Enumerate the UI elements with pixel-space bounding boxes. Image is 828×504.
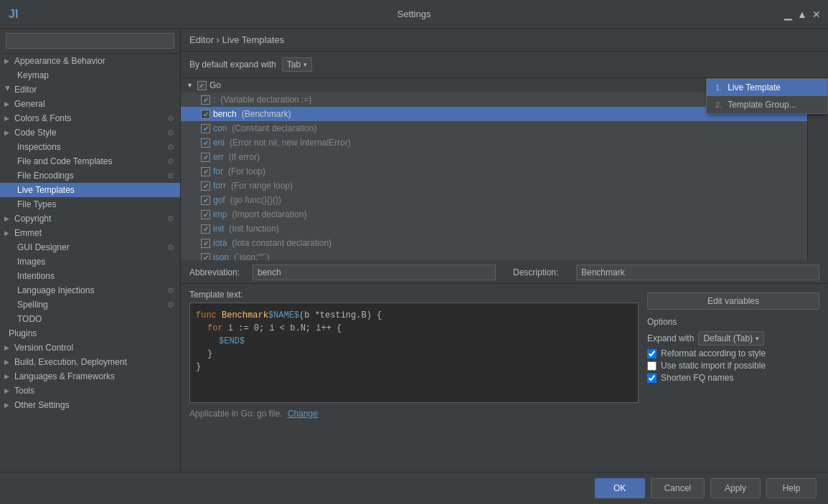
sidebar-item-label: Live Templates (17, 185, 75, 195)
sidebar-item-gui-designer[interactable]: GUI Designer ⚙ (0, 240, 180, 255)
sidebar-item-colors-fonts[interactable]: ▶ Colors & Fonts ⚙ (0, 111, 180, 125)
sidebar-item-other-settings[interactable]: ▶ Other Settings (0, 398, 180, 412)
arrow-icon: ▶ (4, 86, 11, 93)
template-item[interactable]: ✔ eni (Error not nil, new InternalError) (181, 135, 807, 150)
template-item[interactable]: ✔ json (`json:""`) (181, 250, 807, 260)
abbreviation-input[interactable] (253, 265, 496, 280)
sidebar-item-todo[interactable]: TODO (0, 312, 180, 326)
chevron-down-icon: ▾ (304, 61, 307, 68)
sidebar-item-copyright[interactable]: ▶ Copyright ⚙ (0, 211, 180, 226)
sidebar-item-label: Copyright (14, 214, 51, 224)
description-input[interactable] (576, 265, 819, 280)
template-checkbox[interactable]: ✔ (201, 138, 210, 148)
sidebar-item-languages-frameworks[interactable]: ▶ Languages & Frameworks (0, 369, 180, 384)
gear-icon: ⚙ (167, 214, 174, 224)
template-desc: (For range loop) (231, 181, 293, 191)
template-checkbox[interactable]: ✔ (201, 110, 210, 119)
template-checkbox[interactable]: ✔ (201, 239, 210, 248)
menu-label: Live Template (728, 82, 781, 92)
template-item[interactable]: ✔ imp (Import declaration) (181, 207, 807, 222)
edit-variables-button[interactable]: Edit variables (647, 293, 819, 310)
expand-with-options-dropdown[interactable]: Default (Tab) ▾ (698, 331, 764, 346)
template-item[interactable]: ✔ err (If error) (181, 150, 807, 164)
options-panel: Edit variables Options Expand with Defau… (647, 290, 819, 472)
search-box (0, 29, 180, 54)
arrow-icon: ▶ (4, 215, 11, 222)
sidebar-item-spelling[interactable]: Spelling ⚙ (0, 298, 180, 312)
template-abbr: con (213, 123, 227, 133)
template-desc: (`json:""`) (234, 252, 270, 260)
sidebar-item-language-injections[interactable]: Language Injections ⚙ (0, 283, 180, 298)
template-checkbox[interactable]: ✔ (201, 210, 210, 219)
static-import-checkbox-row: Use static import if possible (647, 361, 819, 371)
group-checkbox[interactable]: ✔ (197, 81, 207, 90)
search-input[interactable] (6, 33, 174, 49)
template-checkbox[interactable]: ✔ (201, 181, 210, 191)
template-var-name: $NAME$ (268, 310, 299, 320)
template-item[interactable]: ✔ gof (go func(){}()) (181, 193, 807, 207)
applicable-change-link[interactable]: Change (288, 409, 318, 419)
close-brace1: } (207, 349, 212, 359)
template-checkbox[interactable]: ✔ (201, 95, 210, 105)
sidebar-item-general[interactable]: ▶ General (0, 97, 180, 111)
settings-sidebar: ▶ Appearance & Behavior Keymap ▶ Editor … (0, 29, 181, 472)
sidebar-item-code-style[interactable]: ▶ Code Style ⚙ (0, 125, 180, 140)
template-desc: (Error not nil, new InternalError) (230, 138, 351, 148)
sidebar-item-file-code-templates[interactable]: File and Code Templates ⚙ (0, 154, 180, 168)
sidebar-item-keymap[interactable]: Keymap (0, 68, 180, 82)
menu-label: Template Group... (728, 100, 796, 110)
sidebar-item-label: GUI Designer (17, 242, 70, 252)
sidebar-item-label: Keymap (17, 70, 49, 80)
collapse-arrow-icon: ▼ (187, 82, 193, 89)
close-button[interactable]: ✕ (811, 9, 822, 20)
sidebar-item-images[interactable]: Images (0, 255, 180, 269)
app-logo: JI (9, 8, 18, 21)
func-name: Benchmark (222, 310, 268, 320)
sidebar-item-live-templates[interactable]: Live Templates (0, 183, 180, 197)
minimize-button[interactable]: ▁ (782, 9, 794, 20)
shorten-fq-checkbox[interactable] (647, 374, 657, 383)
template-item[interactable]: ✔ iota (Iota constant declaration) (181, 236, 807, 250)
sidebar-item-intentions[interactable]: Intentions (0, 269, 180, 283)
template-item[interactable]: ✔ init (Init function) (181, 222, 807, 236)
ok-button[interactable]: OK (595, 478, 645, 498)
sidebar-item-build-execution[interactable]: ▶ Build, Execution, Deployment (0, 355, 180, 369)
context-menu-item-template-group[interactable]: 2. Template Group... (707, 96, 827, 113)
template-checkbox[interactable]: ✔ (201, 224, 210, 234)
static-import-checkbox[interactable] (647, 361, 657, 371)
template-item[interactable]: ✔ forr (For range loop) (181, 179, 807, 193)
template-desc: (Benchmark) (242, 109, 291, 119)
help-button[interactable]: Help (766, 478, 817, 498)
template-abbr: json (213, 252, 229, 260)
gear-icon: ⚙ (167, 128, 174, 138)
template-abbr: forr (213, 181, 226, 191)
template-checkbox[interactable]: ✔ (201, 253, 210, 261)
sidebar-item-editor[interactable]: ▶ Editor (0, 82, 180, 97)
template-item[interactable]: ✔ con (Constant declaration) (181, 121, 807, 135)
sidebar-item-label: File Types (17, 199, 56, 209)
sidebar-item-tools[interactable]: ▶ Tools (0, 384, 180, 398)
sidebar-item-inspections[interactable]: Inspections ⚙ (0, 140, 180, 154)
arrow-icon: ▶ (4, 344, 11, 351)
sidebar-item-file-encodings[interactable]: File Encodings ⚙ (0, 168, 180, 183)
sidebar-item-emmet[interactable]: ▶ Emmet (0, 226, 180, 240)
template-checkbox[interactable]: ✔ (201, 124, 210, 133)
template-checkbox[interactable]: ✔ (201, 196, 210, 205)
template-checkbox[interactable]: ✔ (201, 153, 210, 162)
sidebar-item-file-types[interactable]: File Types (0, 197, 180, 211)
template-item[interactable]: ✔ for (For loop) (181, 164, 807, 179)
context-menu-item-live-template[interactable]: 1. Live Template (707, 79, 827, 96)
sidebar-item-appearance[interactable]: ▶ Appearance & Behavior (0, 54, 180, 68)
sidebar-item-plugins[interactable]: Plugins (0, 326, 180, 341)
template-code-area[interactable]: func Benchmark$NAME$(b *testing.B) { for… (189, 303, 639, 403)
restore-button[interactable]: ▲ (796, 9, 808, 20)
apply-button[interactable]: Apply (710, 478, 761, 498)
template-checkbox[interactable]: ✔ (201, 167, 210, 176)
func-keyword: func (196, 310, 217, 320)
reformat-checkbox[interactable] (647, 349, 657, 358)
cancel-button[interactable]: Cancel (651, 478, 705, 498)
chevron-down-icon: ▾ (756, 335, 759, 342)
template-var-end: $END$ (219, 336, 245, 346)
expand-with-dropdown[interactable]: Tab ▾ (282, 57, 312, 72)
sidebar-item-version-control[interactable]: ▶ Version Control (0, 341, 180, 355)
